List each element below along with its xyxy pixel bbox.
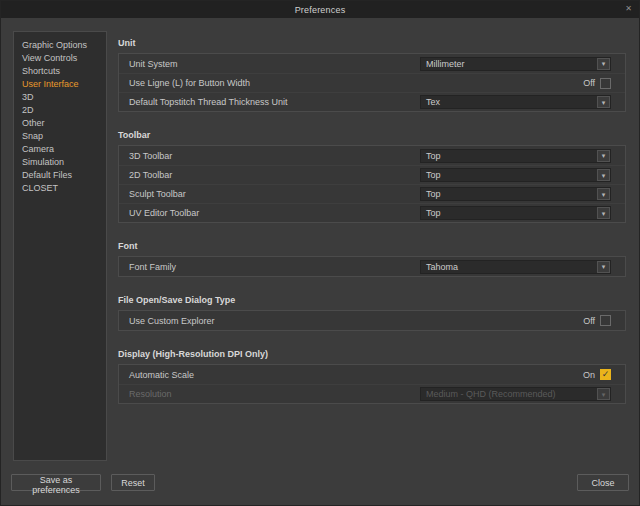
dropdown-value: Top	[421, 208, 610, 218]
dropdown-resolution: Medium - QHD (Recommended)▾	[420, 387, 611, 401]
setting-row-resolution: ResolutionMedium - QHD (Recommended)▾	[119, 384, 625, 403]
section-header-unit: Unit	[118, 37, 626, 49]
setting-label: Default Topstitch Thread Thickness Unit	[129, 97, 420, 107]
setting-row-use-ligne-l-for-button-width: Use Ligne (L) for Button WidthOff	[119, 73, 625, 92]
footer-bar: Save as preferences Reset Close	[1, 465, 639, 505]
titlebar: Preferences ✕	[1, 1, 639, 18]
dropdown-sculpt-toolbar[interactable]: Top▾	[420, 187, 611, 201]
dropdown-value: Millimeter	[421, 59, 610, 69]
section-group-display-high-resolution-dpi-only: Automatic ScaleOn✓ResolutionMedium - QHD…	[118, 364, 626, 404]
dropdown-arrow-button[interactable]: ▾	[597, 207, 610, 219]
setting-row-font-family: Font FamilyTahoma▾	[119, 257, 625, 276]
chevron-down-icon: ▾	[602, 60, 606, 67]
dropdown-uv-editor-toolbar[interactable]: Top▾	[420, 206, 611, 220]
chevron-down-icon: ▾	[602, 99, 606, 106]
dropdown-unit-system[interactable]: Millimeter▾	[420, 57, 611, 71]
section-group-font: Font FamilyTahoma▾	[118, 256, 626, 277]
section-header-font: Font	[118, 240, 626, 252]
sidebar-item-graphic-options[interactable]: Graphic Options	[14, 39, 106, 52]
setting-label: 2D Toolbar	[129, 170, 420, 180]
dropdown-value: Top	[421, 151, 610, 161]
sidebar-item-closet[interactable]: CLOSET	[14, 182, 106, 195]
dropdown-arrow-button[interactable]: ▾	[597, 96, 610, 108]
checkbox-state-label: Off	[583, 316, 595, 326]
sidebar-item-2d[interactable]: 2D	[14, 104, 106, 117]
setting-row-uv-editor-toolbar: UV Editor ToolbarTop▾	[119, 203, 625, 222]
dropdown-arrow-button[interactable]: ▾	[597, 58, 610, 70]
dropdown-value: Tex	[421, 97, 610, 107]
save-as-preferences-button[interactable]: Save as preferences	[11, 474, 101, 491]
sidebar-item-shortcuts[interactable]: Shortcuts	[14, 65, 106, 78]
check-icon: ✓	[602, 370, 610, 379]
setting-row-sculpt-toolbar: Sculpt ToolbarTop▾	[119, 184, 625, 203]
setting-label: 3D Toolbar	[129, 151, 420, 161]
checkbox-state-label: Off	[583, 78, 595, 88]
setting-row-3d-toolbar: 3D ToolbarTop▾	[119, 146, 625, 165]
preferences-window: Preferences ✕ Graphic OptionsView Contro…	[0, 0, 640, 506]
chevron-down-icon: ▾	[602, 152, 606, 159]
section-group-file-open-save-dialog-type: Use Custom ExplorerOff	[118, 310, 626, 331]
dropdown-2d-toolbar[interactable]: Top▾	[420, 168, 611, 182]
sidebar-item-3d[interactable]: 3D	[14, 91, 106, 104]
dropdown-value: Tahoma	[421, 262, 610, 272]
chevron-down-icon: ▾	[602, 172, 606, 179]
section-group-unit: Unit SystemMillimeter▾Use Ligne (L) for …	[118, 53, 626, 112]
category-list: Graphic OptionsView ControlsShortcutsUse…	[13, 31, 107, 461]
section-header-display-high-resolution-dpi-only: Display (High-Resolution DPI Only)	[118, 348, 626, 360]
setting-row-unit-system: Unit SystemMillimeter▾	[119, 54, 625, 73]
setting-label: Sculpt Toolbar	[129, 189, 420, 199]
sidebar-item-default-files[interactable]: Default Files	[14, 169, 106, 182]
checkbox-automatic-scale[interactable]: ✓	[600, 369, 611, 380]
setting-label: Unit System	[129, 59, 420, 69]
dropdown-value: Top	[421, 189, 610, 199]
sidebar-item-simulation[interactable]: Simulation	[14, 156, 106, 169]
dropdown-value: Top	[421, 170, 610, 180]
chevron-down-icon: ▾	[602, 191, 606, 198]
setting-label: UV Editor Toolbar	[129, 208, 420, 218]
chevron-down-icon: ▾	[602, 263, 606, 270]
dropdown-default-topstitch-thread-thickness-unit[interactable]: Tex▾	[420, 95, 611, 109]
chevron-down-icon: ▾	[602, 391, 606, 398]
dropdown-font-family[interactable]: Tahoma▾	[420, 260, 611, 274]
checkbox-use-ligne-l-for-button-width[interactable]	[600, 78, 611, 89]
chevron-down-icon: ▾	[602, 210, 606, 217]
setting-row-default-topstitch-thread-thickness-unit: Default Topstitch Thread Thickness UnitT…	[119, 92, 625, 111]
window-title: Preferences	[295, 5, 346, 15]
sidebar-item-other[interactable]: Other	[14, 117, 106, 130]
setting-row-use-custom-explorer: Use Custom ExplorerOff	[119, 311, 625, 330]
checkbox-state-label: On	[583, 370, 595, 380]
setting-row-2d-toolbar: 2D ToolbarTop▾	[119, 165, 625, 184]
dropdown-value: Medium - QHD (Recommended)	[421, 389, 610, 399]
settings-panel: UnitUnit SystemMillimeter▾Use Ligne (L) …	[118, 31, 626, 404]
reset-button[interactable]: Reset	[111, 474, 155, 491]
dropdown-arrow-button[interactable]: ▾	[597, 150, 610, 162]
dropdown-arrow-button: ▾	[597, 388, 610, 400]
section-group-toolbar: 3D ToolbarTop▾2D ToolbarTop▾Sculpt Toolb…	[118, 145, 626, 223]
sidebar-item-snap[interactable]: Snap	[14, 130, 106, 143]
setting-label: Use Ligne (L) for Button Width	[129, 78, 583, 88]
setting-label: Use Custom Explorer	[129, 316, 583, 326]
close-button[interactable]: Close	[577, 474, 629, 491]
section-header-toolbar: Toolbar	[118, 129, 626, 141]
close-icon[interactable]: ✕	[625, 4, 632, 13]
checkbox-use-custom-explorer[interactable]	[600, 315, 611, 326]
setting-label: Resolution	[129, 389, 420, 399]
setting-row-automatic-scale: Automatic ScaleOn✓	[119, 365, 625, 384]
sidebar-item-camera[interactable]: Camera	[14, 143, 106, 156]
setting-label: Automatic Scale	[129, 370, 583, 380]
dropdown-arrow-button[interactable]: ▾	[597, 188, 610, 200]
dropdown-3d-toolbar[interactable]: Top▾	[420, 149, 611, 163]
setting-label: Font Family	[129, 262, 420, 272]
sidebar-item-view-controls[interactable]: View Controls	[14, 52, 106, 65]
dropdown-arrow-button[interactable]: ▾	[597, 169, 610, 181]
dropdown-arrow-button[interactable]: ▾	[597, 261, 610, 273]
sidebar-item-user-interface[interactable]: User Interface	[14, 78, 106, 91]
section-header-file-open-save-dialog-type: File Open/Save Dialog Type	[118, 294, 626, 306]
